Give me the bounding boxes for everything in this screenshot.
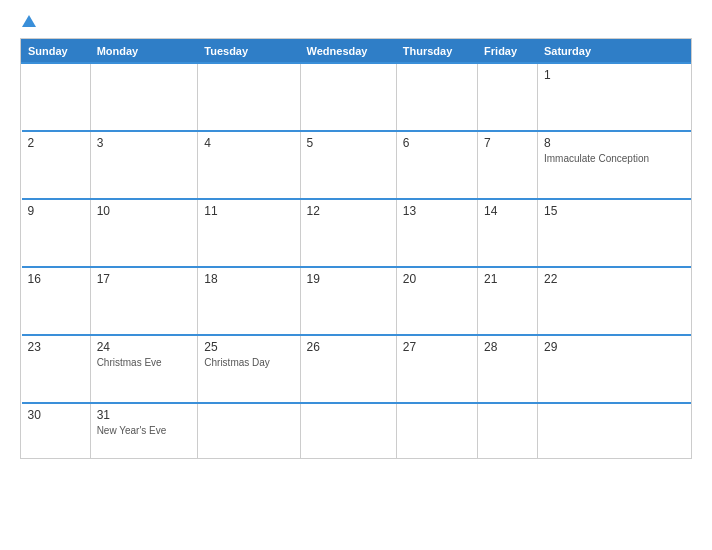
event-name: Christmas Day: [204, 356, 293, 369]
calendar-cell: 5: [300, 131, 396, 199]
calendar-table: SundayMondayTuesdayWednesdayThursdayFrid…: [21, 39, 691, 458]
day-number: 30: [28, 408, 84, 422]
calendar-cell: [90, 63, 198, 131]
weekday-header-monday: Monday: [90, 40, 198, 64]
calendar-cell: [300, 63, 396, 131]
calendar-cell: 28: [478, 335, 538, 403]
event-name: Immaculate Conception: [544, 152, 685, 165]
calendar-cell: [396, 403, 477, 458]
calendar-cell: 15: [537, 199, 690, 267]
day-number: 3: [97, 136, 192, 150]
calendar-cell: 6: [396, 131, 477, 199]
calendar-cell: 14: [478, 199, 538, 267]
calendar-cell: 30: [22, 403, 91, 458]
calendar-cell: 12: [300, 199, 396, 267]
day-number: 28: [484, 340, 531, 354]
calendar-week-row: 3031New Year's Eve: [22, 403, 691, 458]
calendar-week-row: 2324Christmas Eve25Christmas Day26272829: [22, 335, 691, 403]
day-number: 2: [28, 136, 84, 150]
calendar-cell: 21: [478, 267, 538, 335]
day-number: 19: [307, 272, 390, 286]
day-number: 4: [204, 136, 293, 150]
calendar-cell: 3: [90, 131, 198, 199]
day-number: 11: [204, 204, 293, 218]
day-number: 1: [544, 68, 685, 82]
calendar-cell: 17: [90, 267, 198, 335]
weekday-header-tuesday: Tuesday: [198, 40, 300, 64]
calendar-cell: 23: [22, 335, 91, 403]
calendar-cell: 1: [537, 63, 690, 131]
day-number: 23: [28, 340, 84, 354]
calendar-cell: 2: [22, 131, 91, 199]
calendar-cell: 29: [537, 335, 690, 403]
calendar-week-row: 9101112131415: [22, 199, 691, 267]
calendar-cell: [537, 403, 690, 458]
weekday-header-sunday: Sunday: [22, 40, 91, 64]
calendar-cell: 4: [198, 131, 300, 199]
calendar-cell: 26: [300, 335, 396, 403]
day-number: 25: [204, 340, 293, 354]
weekday-header-thursday: Thursday: [396, 40, 477, 64]
day-number: 21: [484, 272, 531, 286]
day-number: 31: [97, 408, 192, 422]
day-number: 17: [97, 272, 192, 286]
day-number: 6: [403, 136, 471, 150]
calendar-cell: [22, 63, 91, 131]
day-number: 16: [28, 272, 84, 286]
calendar-cell: 18: [198, 267, 300, 335]
day-number: 12: [307, 204, 390, 218]
calendar-cell: 25Christmas Day: [198, 335, 300, 403]
calendar-week-row: 16171819202122: [22, 267, 691, 335]
calendar-cell: [198, 63, 300, 131]
calendar-wrapper: SundayMondayTuesdayWednesdayThursdayFrid…: [20, 38, 692, 459]
calendar-cell: 11: [198, 199, 300, 267]
calendar-cell: 22: [537, 267, 690, 335]
event-name: New Year's Eve: [97, 424, 192, 437]
day-number: 7: [484, 136, 531, 150]
calendar-cell: [300, 403, 396, 458]
calendar-body: 12345678Immaculate Conception91011121314…: [22, 63, 691, 458]
calendar-cell: 16: [22, 267, 91, 335]
weekday-header-wednesday: Wednesday: [300, 40, 396, 64]
weekday-header-saturday: Saturday: [537, 40, 690, 64]
calendar-header-row: SundayMondayTuesdayWednesdayThursdayFrid…: [22, 40, 691, 64]
calendar-cell: [198, 403, 300, 458]
calendar-week-row: 1: [22, 63, 691, 131]
calendar-cell: 10: [90, 199, 198, 267]
calendar-cell: 20: [396, 267, 477, 335]
calendar-cell: 8Immaculate Conception: [537, 131, 690, 199]
day-number: 8: [544, 136, 685, 150]
day-number: 29: [544, 340, 685, 354]
event-name: Christmas Eve: [97, 356, 192, 369]
calendar-header: [20, 16, 692, 28]
calendar-cell: [478, 403, 538, 458]
day-number: 9: [28, 204, 84, 218]
day-number: 10: [97, 204, 192, 218]
logo: [20, 16, 36, 28]
calendar-cell: 9: [22, 199, 91, 267]
calendar-cell: [396, 63, 477, 131]
day-number: 26: [307, 340, 390, 354]
day-number: 22: [544, 272, 685, 286]
day-number: 27: [403, 340, 471, 354]
calendar-cell: 24Christmas Eve: [90, 335, 198, 403]
calendar-week-row: 2345678Immaculate Conception: [22, 131, 691, 199]
day-number: 20: [403, 272, 471, 286]
calendar-cell: 27: [396, 335, 477, 403]
day-number: 5: [307, 136, 390, 150]
logo-triangle-icon: [22, 15, 36, 27]
calendar-cell: 31New Year's Eve: [90, 403, 198, 458]
calendar-cell: 13: [396, 199, 477, 267]
calendar-cell: 19: [300, 267, 396, 335]
calendar-cell: 7: [478, 131, 538, 199]
day-number: 14: [484, 204, 531, 218]
day-number: 13: [403, 204, 471, 218]
day-number: 18: [204, 272, 293, 286]
day-number: 15: [544, 204, 685, 218]
weekday-header-friday: Friday: [478, 40, 538, 64]
calendar-cell: [478, 63, 538, 131]
day-number: 24: [97, 340, 192, 354]
